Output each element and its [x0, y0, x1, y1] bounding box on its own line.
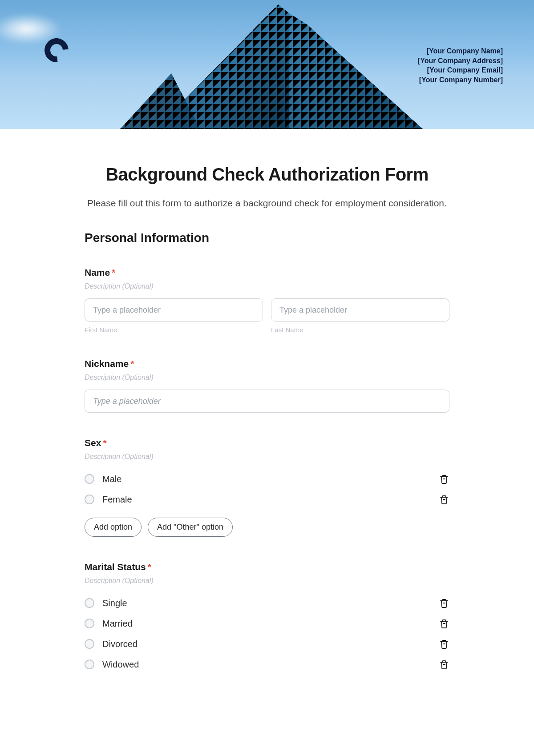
building-graphic	[85, 0, 449, 129]
add-other-option-button[interactable]: Add "Other" option	[148, 518, 233, 537]
trash-icon[interactable]	[439, 638, 449, 650]
radio-icon[interactable]	[85, 639, 94, 649]
company-number: [Your Company Number]	[418, 75, 503, 85]
radio-icon[interactable]	[85, 495, 94, 504]
first-name-input[interactable]	[85, 298, 263, 322]
radio-icon[interactable]	[85, 619, 94, 628]
required-mark: *	[148, 562, 151, 572]
marital-option-label[interactable]: Married	[102, 619, 133, 629]
first-name-sublabel: First Name	[85, 326, 263, 334]
marital-option-label[interactable]: Widowed	[102, 659, 139, 670]
nickname-description[interactable]: Description (Optional)	[85, 374, 449, 382]
required-mark: *	[112, 267, 115, 277]
section-personal-heading: Personal Information	[85, 231, 449, 245]
nickname-label-text: Nickname	[85, 358, 129, 369]
required-mark: *	[103, 438, 106, 448]
marital-option-label[interactable]: Divorced	[102, 639, 138, 649]
marital-description[interactable]: Description (Optional)	[85, 577, 449, 585]
marital-label: Marital Status*	[85, 562, 449, 572]
trash-icon[interactable]	[439, 618, 449, 629]
sex-description[interactable]: Description (Optional)	[85, 453, 449, 461]
last-name-input[interactable]	[271, 298, 449, 322]
marital-option-row: Married	[85, 613, 449, 634]
radio-icon[interactable]	[85, 474, 94, 484]
marital-option-label[interactable]: Single	[102, 598, 127, 608]
nickname-input[interactable]	[85, 390, 449, 413]
required-mark: *	[130, 358, 134, 369]
sex-option-label[interactable]: Female	[102, 495, 132, 505]
svg-marker-4	[289, 13, 423, 129]
sex-option-row: Male	[85, 469, 449, 489]
company-logo	[44, 38, 71, 65]
marital-label-text: Marital Status	[85, 562, 146, 572]
form-title: Background Check Authorization Form	[85, 165, 449, 185]
sex-field: Sex* Description (Optional) Male Female …	[85, 438, 449, 537]
last-name-sublabel: Last Name	[271, 326, 449, 334]
nickname-label: Nickname*	[85, 358, 449, 369]
sex-option-row: Female	[85, 489, 449, 510]
radio-icon[interactable]	[85, 598, 94, 608]
hero-banner: [Your Company Name] [Your Company Addres…	[0, 0, 534, 129]
name-description[interactable]: Description (Optional)	[85, 282, 449, 290]
marital-option-row: Divorced	[85, 634, 449, 654]
form-content: Background Check Authorization Form Plea…	[62, 129, 472, 675]
marital-option-row: Single	[85, 593, 449, 613]
name-label-text: Name	[85, 267, 110, 277]
radio-icon[interactable]	[85, 659, 94, 669]
sex-label: Sex*	[85, 438, 449, 448]
company-name: [Your Company Name]	[418, 46, 503, 56]
nickname-field: Nickname* Description (Optional)	[85, 358, 449, 413]
add-option-button[interactable]: Add option	[85, 518, 142, 537]
name-label: Name*	[85, 267, 449, 278]
sex-option-label[interactable]: Male	[102, 474, 121, 484]
company-address: [Your Company Address]	[418, 56, 503, 66]
marital-option-row: Widowed	[85, 654, 449, 675]
company-info-block: [Your Company Name] [Your Company Addres…	[418, 46, 503, 84]
trash-icon[interactable]	[439, 494, 449, 505]
trash-icon[interactable]	[439, 597, 449, 609]
marital-status-field: Marital Status* Description (Optional) S…	[85, 562, 449, 675]
form-subtitle: Please fill out this form to authorize a…	[85, 198, 449, 209]
trash-icon[interactable]	[439, 659, 449, 670]
name-field: Name* Description (Optional) First Name …	[85, 267, 449, 334]
sex-label-text: Sex	[85, 438, 101, 448]
trash-icon[interactable]	[439, 473, 449, 485]
company-email: [Your Company Email]	[418, 65, 503, 75]
